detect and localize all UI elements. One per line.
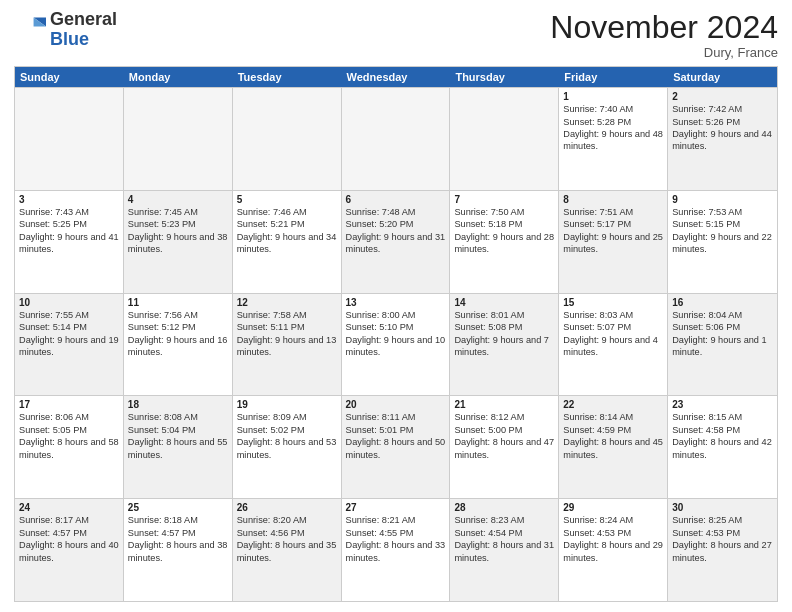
day-detail: Sunrise: 8:25 AM Sunset: 4:53 PM Dayligh… <box>672 514 773 564</box>
day-detail: Sunrise: 8:12 AM Sunset: 5:00 PM Dayligh… <box>454 411 554 461</box>
day-detail: Sunrise: 8:00 AM Sunset: 5:10 PM Dayligh… <box>346 309 446 359</box>
calendar-cell <box>450 88 559 190</box>
day-number: 25 <box>128 502 228 513</box>
calendar-row-1: 3Sunrise: 7:43 AM Sunset: 5:25 PM Daylig… <box>15 190 777 293</box>
calendar-cell: 26Sunrise: 8:20 AM Sunset: 4:56 PM Dayli… <box>233 499 342 601</box>
day-detail: Sunrise: 8:11 AM Sunset: 5:01 PM Dayligh… <box>346 411 446 461</box>
calendar-cell: 8Sunrise: 7:51 AM Sunset: 5:17 PM Daylig… <box>559 191 668 293</box>
calendar-cell: 27Sunrise: 8:21 AM Sunset: 4:55 PM Dayli… <box>342 499 451 601</box>
title-block: November 2024 Dury, France <box>550 10 778 60</box>
day-detail: Sunrise: 8:15 AM Sunset: 4:58 PM Dayligh… <box>672 411 773 461</box>
day-number: 28 <box>454 502 554 513</box>
calendar-cell: 13Sunrise: 8:00 AM Sunset: 5:10 PM Dayli… <box>342 294 451 396</box>
day-number: 13 <box>346 297 446 308</box>
day-detail: Sunrise: 7:51 AM Sunset: 5:17 PM Dayligh… <box>563 206 663 256</box>
calendar-cell: 16Sunrise: 8:04 AM Sunset: 5:06 PM Dayli… <box>668 294 777 396</box>
calendar-cell: 1Sunrise: 7:40 AM Sunset: 5:28 PM Daylig… <box>559 88 668 190</box>
calendar-cell: 4Sunrise: 7:45 AM Sunset: 5:23 PM Daylig… <box>124 191 233 293</box>
day-number: 2 <box>672 91 773 102</box>
calendar-cell: 7Sunrise: 7:50 AM Sunset: 5:18 PM Daylig… <box>450 191 559 293</box>
calendar-body: 1Sunrise: 7:40 AM Sunset: 5:28 PM Daylig… <box>15 87 777 601</box>
day-number: 16 <box>672 297 773 308</box>
calendar-cell: 25Sunrise: 8:18 AM Sunset: 4:57 PM Dayli… <box>124 499 233 601</box>
month-title: November 2024 <box>550 10 778 45</box>
calendar-cell: 3Sunrise: 7:43 AM Sunset: 5:25 PM Daylig… <box>15 191 124 293</box>
day-number: 21 <box>454 399 554 410</box>
day-number: 17 <box>19 399 119 410</box>
calendar-cell: 17Sunrise: 8:06 AM Sunset: 5:05 PM Dayli… <box>15 396 124 498</box>
day-detail: Sunrise: 8:14 AM Sunset: 4:59 PM Dayligh… <box>563 411 663 461</box>
location: Dury, France <box>550 45 778 60</box>
day-detail: Sunrise: 7:43 AM Sunset: 5:25 PM Dayligh… <box>19 206 119 256</box>
day-number: 24 <box>19 502 119 513</box>
day-detail: Sunrise: 7:50 AM Sunset: 5:18 PM Dayligh… <box>454 206 554 256</box>
calendar-cell: 12Sunrise: 7:58 AM Sunset: 5:11 PM Dayli… <box>233 294 342 396</box>
day-number: 7 <box>454 194 554 205</box>
calendar-row-0: 1Sunrise: 7:40 AM Sunset: 5:28 PM Daylig… <box>15 87 777 190</box>
calendar-cell: 14Sunrise: 8:01 AM Sunset: 5:08 PM Dayli… <box>450 294 559 396</box>
day-detail: Sunrise: 8:24 AM Sunset: 4:53 PM Dayligh… <box>563 514 663 564</box>
day-detail: Sunrise: 8:09 AM Sunset: 5:02 PM Dayligh… <box>237 411 337 461</box>
logo-blue-text: Blue <box>50 29 89 49</box>
day-number: 18 <box>128 399 228 410</box>
calendar-cell: 29Sunrise: 8:24 AM Sunset: 4:53 PM Dayli… <box>559 499 668 601</box>
day-detail: Sunrise: 7:42 AM Sunset: 5:26 PM Dayligh… <box>672 103 773 153</box>
calendar-cell: 21Sunrise: 8:12 AM Sunset: 5:00 PM Dayli… <box>450 396 559 498</box>
day-detail: Sunrise: 8:21 AM Sunset: 4:55 PM Dayligh… <box>346 514 446 564</box>
day-number: 10 <box>19 297 119 308</box>
day-number: 14 <box>454 297 554 308</box>
day-detail: Sunrise: 7:58 AM Sunset: 5:11 PM Dayligh… <box>237 309 337 359</box>
header-cell-monday: Monday <box>124 67 233 87</box>
day-number: 11 <box>128 297 228 308</box>
day-number: 15 <box>563 297 663 308</box>
day-number: 4 <box>128 194 228 205</box>
day-detail: Sunrise: 7:40 AM Sunset: 5:28 PM Dayligh… <box>563 103 663 153</box>
calendar-cell <box>233 88 342 190</box>
day-detail: Sunrise: 7:56 AM Sunset: 5:12 PM Dayligh… <box>128 309 228 359</box>
calendar-cell: 5Sunrise: 7:46 AM Sunset: 5:21 PM Daylig… <box>233 191 342 293</box>
day-number: 22 <box>563 399 663 410</box>
calendar-cell: 28Sunrise: 8:23 AM Sunset: 4:54 PM Dayli… <box>450 499 559 601</box>
day-number: 20 <box>346 399 446 410</box>
calendar-row-3: 17Sunrise: 8:06 AM Sunset: 5:05 PM Dayli… <box>15 395 777 498</box>
day-detail: Sunrise: 8:08 AM Sunset: 5:04 PM Dayligh… <box>128 411 228 461</box>
calendar-cell: 18Sunrise: 8:08 AM Sunset: 5:04 PM Dayli… <box>124 396 233 498</box>
calendar: SundayMondayTuesdayWednesdayThursdayFrid… <box>14 66 778 602</box>
calendar-cell: 2Sunrise: 7:42 AM Sunset: 5:26 PM Daylig… <box>668 88 777 190</box>
day-number: 5 <box>237 194 337 205</box>
day-number: 12 <box>237 297 337 308</box>
logo-icon <box>14 14 46 46</box>
day-detail: Sunrise: 8:18 AM Sunset: 4:57 PM Dayligh… <box>128 514 228 564</box>
calendar-cell: 10Sunrise: 7:55 AM Sunset: 5:14 PM Dayli… <box>15 294 124 396</box>
calendar-cell: 6Sunrise: 7:48 AM Sunset: 5:20 PM Daylig… <box>342 191 451 293</box>
day-detail: Sunrise: 8:20 AM Sunset: 4:56 PM Dayligh… <box>237 514 337 564</box>
day-number: 9 <box>672 194 773 205</box>
day-detail: Sunrise: 7:48 AM Sunset: 5:20 PM Dayligh… <box>346 206 446 256</box>
day-detail: Sunrise: 8:23 AM Sunset: 4:54 PM Dayligh… <box>454 514 554 564</box>
day-detail: Sunrise: 8:03 AM Sunset: 5:07 PM Dayligh… <box>563 309 663 359</box>
header-cell-friday: Friday <box>559 67 668 87</box>
header-cell-tuesday: Tuesday <box>233 67 342 87</box>
header-cell-sunday: Sunday <box>15 67 124 87</box>
calendar-cell: 23Sunrise: 8:15 AM Sunset: 4:58 PM Dayli… <box>668 396 777 498</box>
day-number: 6 <box>346 194 446 205</box>
day-number: 29 <box>563 502 663 513</box>
calendar-header: SundayMondayTuesdayWednesdayThursdayFrid… <box>15 67 777 87</box>
day-detail: Sunrise: 7:55 AM Sunset: 5:14 PM Dayligh… <box>19 309 119 359</box>
day-number: 26 <box>237 502 337 513</box>
day-number: 8 <box>563 194 663 205</box>
day-number: 1 <box>563 91 663 102</box>
day-detail: Sunrise: 8:17 AM Sunset: 4:57 PM Dayligh… <box>19 514 119 564</box>
day-number: 19 <box>237 399 337 410</box>
calendar-row-4: 24Sunrise: 8:17 AM Sunset: 4:57 PM Dayli… <box>15 498 777 601</box>
logo: General Blue <box>14 10 117 50</box>
calendar-cell <box>15 88 124 190</box>
header-cell-wednesday: Wednesday <box>342 67 451 87</box>
calendar-cell: 11Sunrise: 7:56 AM Sunset: 5:12 PM Dayli… <box>124 294 233 396</box>
day-number: 27 <box>346 502 446 513</box>
day-detail: Sunrise: 7:53 AM Sunset: 5:15 PM Dayligh… <box>672 206 773 256</box>
calendar-cell <box>124 88 233 190</box>
day-detail: Sunrise: 8:01 AM Sunset: 5:08 PM Dayligh… <box>454 309 554 359</box>
calendar-cell: 19Sunrise: 8:09 AM Sunset: 5:02 PM Dayli… <box>233 396 342 498</box>
calendar-cell: 30Sunrise: 8:25 AM Sunset: 4:53 PM Dayli… <box>668 499 777 601</box>
